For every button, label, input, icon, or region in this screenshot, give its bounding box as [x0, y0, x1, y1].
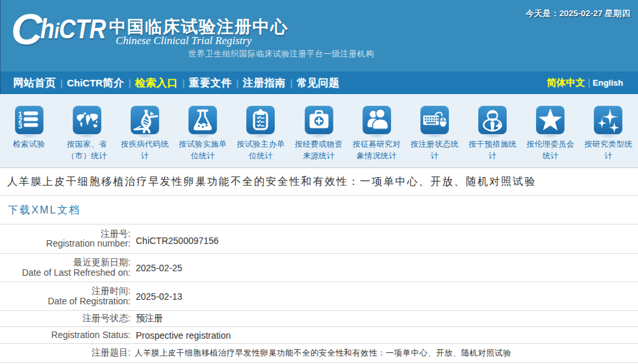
- svg-text:3: 3: [18, 122, 22, 130]
